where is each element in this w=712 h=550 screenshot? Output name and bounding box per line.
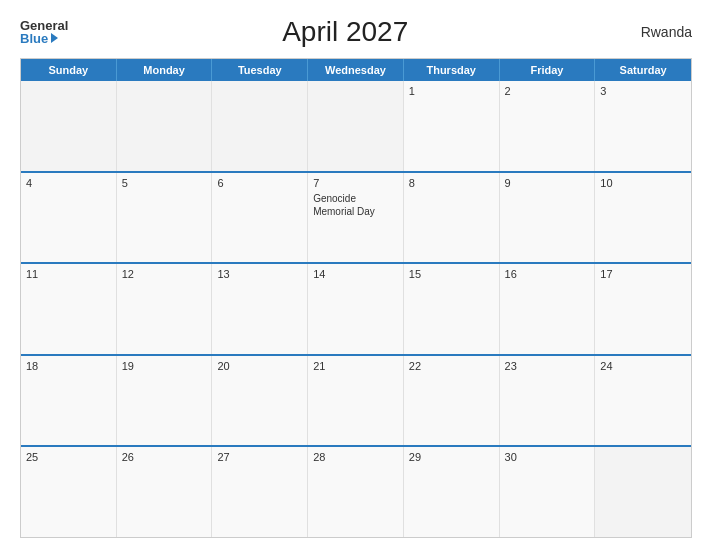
day-number: 8 (409, 177, 494, 189)
day-number: 24 (600, 360, 686, 372)
header: General Blue April 2027 Rwanda (20, 16, 692, 48)
day-number: 3 (600, 85, 686, 97)
calendar-week-row: 123 (21, 81, 691, 171)
day-number: 9 (505, 177, 590, 189)
day-number: 6 (217, 177, 302, 189)
calendar-header-cell: Tuesday (212, 59, 308, 81)
calendar-cell: 9 (500, 173, 596, 263)
calendar-cell: 6 (212, 173, 308, 263)
calendar-cell: 3 (595, 81, 691, 171)
calendar-header-cell: Wednesday (308, 59, 404, 81)
calendar-cell: 26 (117, 447, 213, 537)
calendar-week-row: 11121314151617 (21, 262, 691, 354)
calendar-cell: 23 (500, 356, 596, 446)
calendar: SundayMondayTuesdayWednesdayThursdayFrid… (20, 58, 692, 538)
calendar-week-row: 18192021222324 (21, 354, 691, 446)
calendar-cell: 16 (500, 264, 596, 354)
calendar-cell (212, 81, 308, 171)
calendar-header-cell: Sunday (21, 59, 117, 81)
day-number: 4 (26, 177, 111, 189)
day-number: 17 (600, 268, 686, 280)
day-number: 22 (409, 360, 494, 372)
page: General Blue April 2027 Rwanda SundayMon… (0, 0, 712, 550)
day-number: 2 (505, 85, 590, 97)
logo: General Blue (20, 19, 68, 45)
calendar-week-row: 252627282930 (21, 445, 691, 537)
calendar-cell: 29 (404, 447, 500, 537)
day-number: 30 (505, 451, 590, 463)
calendar-cell: 7Genocide Memorial Day (308, 173, 404, 263)
calendar-event: Genocide Memorial Day (313, 192, 398, 218)
calendar-cell: 11 (21, 264, 117, 354)
day-number: 10 (600, 177, 686, 189)
calendar-cell (117, 81, 213, 171)
day-number: 15 (409, 268, 494, 280)
calendar-cell: 25 (21, 447, 117, 537)
day-number: 14 (313, 268, 398, 280)
calendar-cell: 1 (404, 81, 500, 171)
calendar-header-cell: Friday (500, 59, 596, 81)
calendar-cell: 30 (500, 447, 596, 537)
calendar-cell: 28 (308, 447, 404, 537)
calendar-body: 1234567Genocide Memorial Day891011121314… (21, 81, 691, 537)
day-number: 1 (409, 85, 494, 97)
day-number: 23 (505, 360, 590, 372)
day-number: 5 (122, 177, 207, 189)
day-number: 29 (409, 451, 494, 463)
day-number: 28 (313, 451, 398, 463)
logo-blue-text: Blue (20, 32, 58, 45)
calendar-cell: 14 (308, 264, 404, 354)
calendar-cell (21, 81, 117, 171)
calendar-cell: 2 (500, 81, 596, 171)
calendar-cell: 12 (117, 264, 213, 354)
day-number: 11 (26, 268, 111, 280)
day-number: 7 (313, 177, 398, 189)
calendar-cell: 24 (595, 356, 691, 446)
calendar-cell: 18 (21, 356, 117, 446)
calendar-cell: 17 (595, 264, 691, 354)
calendar-cell: 8 (404, 173, 500, 263)
day-number: 20 (217, 360, 302, 372)
calendar-cell: 27 (212, 447, 308, 537)
calendar-cell: 22 (404, 356, 500, 446)
logo-triangle-icon (51, 33, 58, 43)
day-number: 26 (122, 451, 207, 463)
day-number: 19 (122, 360, 207, 372)
calendar-cell (308, 81, 404, 171)
calendar-cell: 10 (595, 173, 691, 263)
calendar-cell: 15 (404, 264, 500, 354)
calendar-cell: 20 (212, 356, 308, 446)
calendar-cell: 4 (21, 173, 117, 263)
day-number: 27 (217, 451, 302, 463)
calendar-title: April 2027 (68, 16, 622, 48)
calendar-week-row: 4567Genocide Memorial Day8910 (21, 171, 691, 263)
day-number: 25 (26, 451, 111, 463)
calendar-cell: 13 (212, 264, 308, 354)
day-number: 21 (313, 360, 398, 372)
calendar-cell (595, 447, 691, 537)
calendar-header-cell: Thursday (404, 59, 500, 81)
calendar-cell: 5 (117, 173, 213, 263)
day-number: 12 (122, 268, 207, 280)
calendar-cell: 21 (308, 356, 404, 446)
calendar-header-row: SundayMondayTuesdayWednesdayThursdayFrid… (21, 59, 691, 81)
country-label: Rwanda (622, 24, 692, 40)
calendar-header-cell: Monday (117, 59, 213, 81)
day-number: 16 (505, 268, 590, 280)
calendar-cell: 19 (117, 356, 213, 446)
calendar-header-cell: Saturday (595, 59, 691, 81)
day-number: 18 (26, 360, 111, 372)
day-number: 13 (217, 268, 302, 280)
